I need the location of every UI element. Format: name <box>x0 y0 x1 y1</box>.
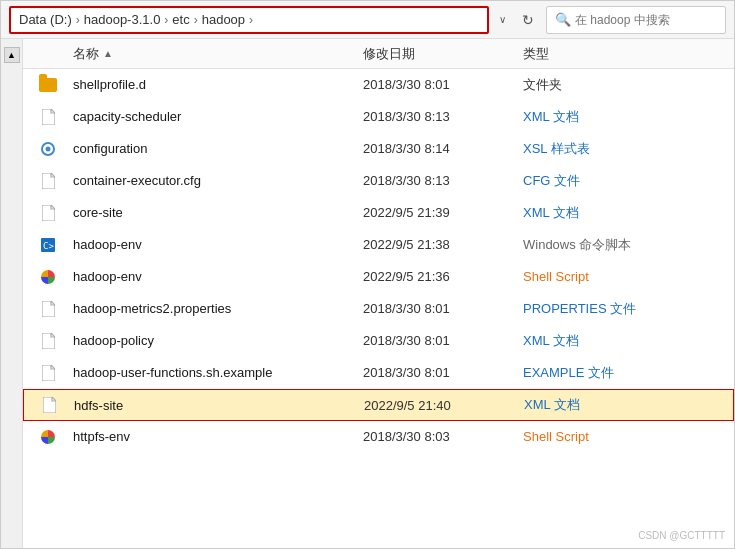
table-row[interactable]: httpfs-env 2018/3/30 8:03 Shell Script <box>23 421 734 453</box>
folder-icon <box>39 78 57 92</box>
table-row[interactable]: configuration 2018/3/30 8:14 XSL 样式表 <box>23 133 734 165</box>
wincmd-icon: C> <box>39 236 57 254</box>
file-type: Windows 命令脚本 <box>523 236 734 254</box>
file-date: 2018/3/30 8:01 <box>363 301 523 316</box>
file-date: 2018/3/30 8:03 <box>363 429 523 444</box>
file-icon-cell <box>23 78 73 92</box>
svg-text:C>: C> <box>43 241 54 251</box>
file-icon <box>40 396 58 414</box>
table-row[interactable]: hadoop-user-functions.sh.example 2018/3/… <box>23 357 734 389</box>
address-bar: Data (D:) › hadoop-3.1.0 › etc › hadoop … <box>1 1 734 39</box>
file-date: 2018/3/30 8:01 <box>363 333 523 348</box>
file-name: hadoop-env <box>73 269 363 284</box>
file-name: shellprofile.d <box>73 77 363 92</box>
file-icon-cell: C> <box>23 236 73 254</box>
multi-icon <box>39 428 57 446</box>
file-type: XSL 样式表 <box>523 140 734 158</box>
svg-marker-0 <box>42 109 55 125</box>
column-type-header[interactable]: 类型 <box>523 45 734 63</box>
file-name: hadoop-policy <box>73 333 363 348</box>
file-date: 2018/3/30 8:13 <box>363 173 523 188</box>
gear-icon <box>39 140 57 158</box>
file-icon <box>39 204 57 222</box>
file-date: 2022/9/5 21:36 <box>363 269 523 284</box>
file-date: 2018/3/30 8:01 <box>363 365 523 380</box>
file-name: hadoop-user-functions.sh.example <box>73 365 363 380</box>
file-type: XML 文档 <box>523 204 734 222</box>
svg-marker-9 <box>42 333 55 349</box>
breadcrumb-part-hadoop: hadoop-3.1.0 <box>84 12 161 27</box>
file-type: 文件夹 <box>523 76 734 94</box>
file-icon-cell <box>23 428 73 446</box>
svg-marker-8 <box>42 301 55 317</box>
multi-icon <box>39 268 57 286</box>
file-name: core-site <box>73 205 363 220</box>
file-name: httpfs-env <box>73 429 363 444</box>
left-panel: ▲ <box>1 39 23 548</box>
file-date: 2018/3/30 8:01 <box>363 77 523 92</box>
main-content: ▲ 名称 ▲ 修改日期 类型 <box>1 39 734 548</box>
file-type: XML 文档 <box>523 108 734 126</box>
left-panel-btn[interactable]: ▲ <box>4 47 20 63</box>
file-icon <box>39 172 57 190</box>
file-icon <box>39 108 57 126</box>
file-name: capacity-scheduler <box>73 109 363 124</box>
file-icon-cell <box>23 364 73 382</box>
table-row[interactable]: hadoop-policy 2018/3/30 8:01 XML 文档 <box>23 325 734 357</box>
table-row[interactable]: core-site 2022/9/5 21:39 XML 文档 <box>23 197 734 229</box>
file-icon-cell <box>23 268 73 286</box>
column-date-header[interactable]: 修改日期 <box>363 45 523 63</box>
file-date: 2018/3/30 8:13 <box>363 109 523 124</box>
file-icon-cell <box>23 204 73 222</box>
file-icon <box>39 364 57 382</box>
file-name: configuration <box>73 141 363 156</box>
breadcrumb-sep-4: › <box>249 13 253 27</box>
table-row[interactable]: C> hadoop-env 2022/9/5 21:38 Windows 命令脚… <box>23 229 734 261</box>
file-list: shellprofile.d 2018/3/30 8:01 文件夹 capaci… <box>23 69 734 548</box>
file-type: EXAMPLE 文件 <box>523 364 734 382</box>
search-icon: 🔍 <box>555 12 571 27</box>
file-name: hadoop-env <box>73 237 363 252</box>
file-icon-cell <box>24 396 74 414</box>
svg-marker-11 <box>43 397 56 413</box>
file-icon-cell <box>23 108 73 126</box>
table-row[interactable]: shellprofile.d 2018/3/30 8:01 文件夹 <box>23 69 734 101</box>
search-input[interactable] <box>575 13 705 27</box>
svg-marker-3 <box>42 173 55 189</box>
file-name: hdfs-site <box>74 398 364 413</box>
search-box[interactable]: 🔍 <box>546 6 726 34</box>
file-type: PROPERTIES 文件 <box>523 300 734 318</box>
breadcrumb-part-hadoop2: hadoop <box>202 12 245 27</box>
file-type: Shell Script <box>523 429 734 444</box>
right-panel: 名称 ▲ 修改日期 类型 shellprofile.d 2018/3/30 8:… <box>23 39 734 548</box>
file-icon-cell <box>23 300 73 318</box>
breadcrumb-sep-2: › <box>164 13 168 27</box>
table-row[interactable]: capacity-scheduler 2018/3/30 8:13 XML 文档 <box>23 101 734 133</box>
file-icon-cell <box>23 172 73 190</box>
column-name-header[interactable]: 名称 ▲ <box>23 45 363 63</box>
breadcrumb-expand-button[interactable]: ∨ <box>495 12 510 27</box>
sort-arrow-icon: ▲ <box>103 48 113 59</box>
file-icon <box>39 300 57 318</box>
breadcrumb-sep-1: › <box>76 13 80 27</box>
file-name: container-executor.cfg <box>73 173 363 188</box>
table-row[interactable]: hadoop-metrics2.properties 2018/3/30 8:0… <box>23 293 734 325</box>
file-type: CFG 文件 <box>523 172 734 190</box>
refresh-button[interactable]: ↻ <box>516 10 540 30</box>
svg-point-2 <box>46 146 51 151</box>
file-name: hadoop-metrics2.properties <box>73 301 363 316</box>
table-row[interactable]: hdfs-site 2022/9/5 21:40 XML 文档 <box>23 389 734 421</box>
column-headers: 名称 ▲ 修改日期 类型 <box>23 39 734 69</box>
file-type: XML 文档 <box>524 396 733 414</box>
table-row[interactable]: hadoop-env 2022/9/5 21:36 Shell Script <box>23 261 734 293</box>
breadcrumb[interactable]: Data (D:) › hadoop-3.1.0 › etc › hadoop … <box>9 6 489 34</box>
breadcrumb-sep-3: › <box>194 13 198 27</box>
file-type: Shell Script <box>523 269 734 284</box>
table-row[interactable]: container-executor.cfg 2018/3/30 8:13 CF… <box>23 165 734 197</box>
file-icon-cell <box>23 332 73 350</box>
file-icon-cell <box>23 140 73 158</box>
column-name-label: 名称 <box>73 45 99 63</box>
file-date: 2022/9/5 21:39 <box>363 205 523 220</box>
breadcrumb-part-drive: Data (D:) <box>19 12 72 27</box>
file-type: XML 文档 <box>523 332 734 350</box>
